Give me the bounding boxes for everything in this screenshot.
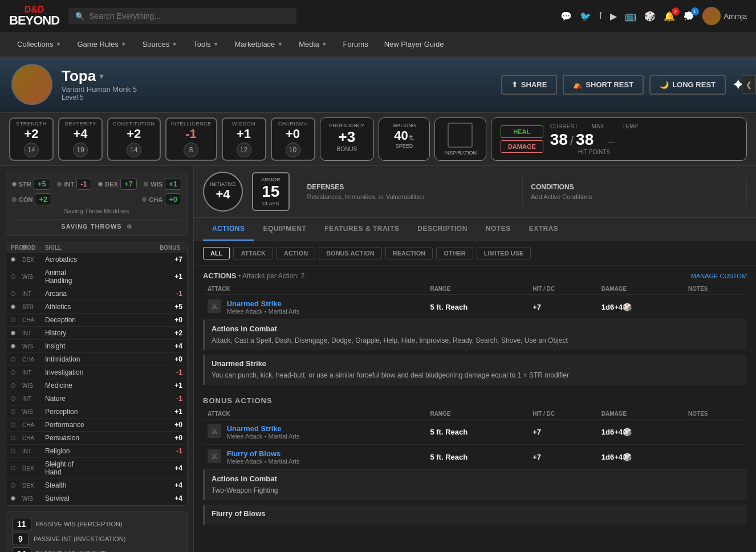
dice-icon[interactable]: 🎲 <box>644 11 656 22</box>
skill-row[interactable]: DEX Acrobatics +7 <box>6 253 187 266</box>
nav-sources[interactable]: Sources ▼ <box>135 32 186 57</box>
armor-label: ARMOR <box>261 177 281 182</box>
skill-proficiency-dot <box>11 357 15 362</box>
skill-row[interactable]: CHA Persuasion +0 <box>6 432 187 445</box>
gear-icon[interactable]: ⚙ <box>127 224 132 230</box>
body-area: STR +5 INT -1 DEX +7 WIS +1 <box>0 166 756 552</box>
tab-extras[interactable]: EXTRAS <box>520 218 568 241</box>
manage-custom-button[interactable]: MANAGE CUSTOM <box>691 273 747 279</box>
share-button[interactable]: ⬆ SHARE <box>501 75 558 95</box>
attack-icon: ⚔ <box>208 449 221 463</box>
filter-attack[interactable]: ATTACK <box>233 247 273 259</box>
bonus-actions-in-combat-block: Actions in Combat Two-Weapon Fighting <box>203 470 747 500</box>
skill-proficiency-dot <box>11 257 15 262</box>
character-name: Topa <box>62 67 96 85</box>
skill-row[interactable]: INT Investigation -1 <box>6 366 187 379</box>
nav-marketplace[interactable]: Marketplace ▼ <box>227 32 291 57</box>
stat-intelligence[interactable]: INTELLIGENCE -1 8 <box>165 117 217 161</box>
chevron-down-icon: ▼ <box>172 41 177 47</box>
collapse-panel-button[interactable]: ❮ <box>742 75 756 94</box>
hp-current: 38 <box>550 131 568 149</box>
skill-row[interactable]: CHA Intimidation +0 <box>6 353 187 366</box>
stat-charisma[interactable]: CHARISMA +0 10 <box>271 117 315 161</box>
tab-actions[interactable]: ACTIONS <box>203 218 254 241</box>
damage-button[interactable]: DAMAGE <box>501 140 543 153</box>
chat-icon[interactable]: 💬 <box>560 11 572 22</box>
skill-row[interactable]: CHA Performance +0 <box>6 419 187 432</box>
filter-limited-use[interactable]: LIMITED USE <box>477 247 531 259</box>
saving-throws-section: STR +5 INT -1 DEX +7 WIS +1 <box>6 172 188 236</box>
save-cha: CHA +0 <box>142 193 181 205</box>
skill-row[interactable]: WIS Survival +4 <box>6 492 187 505</box>
skill-row[interactable]: INT Arcana -1 <box>6 287 187 301</box>
table-row[interactable]: ⚔ Unarmed Strike Melee Attack • Martial … <box>203 295 747 320</box>
facebook-icon[interactable]: f <box>599 11 601 21</box>
nav-media[interactable]: Media ▼ <box>291 32 335 57</box>
attack-table: ATTACK RANGE HIT / DC DAMAGE NOTES ⚔ Una… <box>203 283 747 320</box>
skill-proficiency-dot <box>11 370 15 375</box>
skill-row[interactable]: CHA Deception +0 <box>6 314 187 327</box>
save-int-dot <box>57 182 62 186</box>
filter-bonus-action[interactable]: BONUS ACTION <box>319 247 382 259</box>
skill-row[interactable]: STR Athletics +5 <box>6 301 187 314</box>
character-info: Topa ▾ Variant Human Monk 5 Level 5 <box>62 67 492 102</box>
skill-proficiency-dot <box>11 483 15 488</box>
skill-proficiency-dot <box>11 409 15 414</box>
skill-row[interactable]: WIS Medicine +1 <box>6 379 187 392</box>
skill-proficiency-dot <box>11 383 15 388</box>
bonus-actions-header: BONUS ACTIONS <box>203 389 747 408</box>
message-icon[interactable]: 💭 1 <box>683 11 694 22</box>
search-bar[interactable]: 🔍 <box>68 8 296 24</box>
stat-strength[interactable]: STRENGTH +2 14 <box>9 117 54 161</box>
moon-icon: 🌙 <box>660 80 669 89</box>
skill-row[interactable]: DEX Stealth +4 <box>6 479 187 492</box>
skill-row[interactable]: INT Religion -1 <box>6 445 187 458</box>
skill-row[interactable]: INT History +2 <box>6 327 187 340</box>
user-area[interactable]: Ammja <box>702 7 747 25</box>
nav-tools[interactable]: Tools ▼ <box>185 32 226 57</box>
tab-description[interactable]: DESCRIPTION <box>408 218 477 241</box>
heal-button[interactable]: HEAL <box>501 125 543 138</box>
stat-wisdom[interactable]: WISDOM +1 12 <box>222 117 266 161</box>
skill-row[interactable]: WIS Perception +1 <box>6 405 187 419</box>
sense-item: 14 PASSIVE WIS (INSIGHT) <box>12 547 181 552</box>
long-rest-button[interactable]: 🌙 LONG REST <box>649 75 726 95</box>
twitter-icon[interactable]: 🐦 <box>580 11 591 22</box>
skill-row[interactable]: DEX Sleight of Hand +4 <box>6 458 187 479</box>
nav-forums[interactable]: Forums <box>335 32 376 57</box>
skill-proficiency-dot <box>11 449 15 453</box>
skill-row[interactable]: WIS Insight +4 <box>6 340 187 353</box>
stat-constitution[interactable]: CONSTITUTION +2 14 <box>107 117 161 161</box>
character-subtitle: Variant Human Monk 5 <box>62 85 492 94</box>
skill-row[interactable]: INT Nature -1 <box>6 392 187 405</box>
notification-icon[interactable]: 🔔 2 <box>664 11 675 22</box>
inspiration[interactable]: INSPIRATION <box>434 117 486 161</box>
skill-row[interactable]: WIS Animal Handling +1 <box>6 266 187 287</box>
stat-dexterity[interactable]: DEXTERITY +4 19 <box>58 117 103 161</box>
armor-class-box: ARMOR 15 CLASS <box>252 172 290 211</box>
filter-action[interactable]: ACTION <box>277 247 315 259</box>
twitch-icon[interactable]: 📺 <box>625 11 636 22</box>
save-cha-val: +0 <box>165 193 181 205</box>
save-cha-dot <box>142 197 147 202</box>
filter-reaction[interactable]: REACTION <box>385 247 433 259</box>
filter-other[interactable]: OTHER <box>436 247 473 259</box>
logo: D&D BEYOND <box>9 5 59 27</box>
tab-features-traits[interactable]: FEATURES & TRAITS <box>315 218 408 241</box>
filter-pills: ALL ATTACK ACTION BONUS ACTION REACTION … <box>194 241 756 266</box>
nav-collections[interactable]: Collections ▼ <box>9 32 70 57</box>
tab-notes[interactable]: NOTES <box>477 218 520 241</box>
table-row[interactable]: ⚔ Flurry of Blows Melee Attack • Martial… <box>203 445 747 470</box>
filter-all[interactable]: ALL <box>203 247 230 259</box>
avatar <box>702 7 721 25</box>
top-nav: D&D BEYOND 🔍 💬 🐦 f ▶ 📺 🎲 🔔 2 💭 1 Ammja <box>0 0 756 32</box>
tab-equipment[interactable]: EQUIPMENT <box>254 218 316 241</box>
nav-game-rules[interactable]: Game Rules ▼ <box>70 32 135 57</box>
short-rest-button[interactable]: ⛺ SHORT REST <box>563 75 644 95</box>
inspiration-checkbox[interactable] <box>448 123 473 148</box>
save-str-val: +5 <box>34 178 50 190</box>
nav-new-player-guide[interactable]: New Player Guide <box>376 32 452 57</box>
youtube-icon[interactable]: ▶ <box>610 11 617 22</box>
search-input[interactable] <box>89 11 290 21</box>
table-row[interactable]: ⚔ Unarmed Strike Melee Attack • Martial … <box>203 420 747 445</box>
